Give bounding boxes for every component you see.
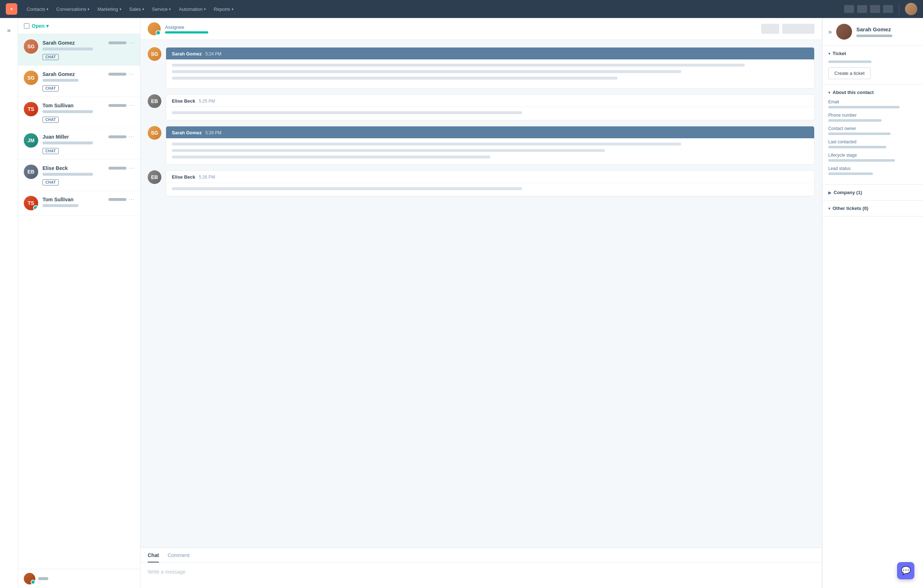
other-tickets-header[interactable]: ▾ Other tickets (0) [823,201,923,216]
chevron-down-icon: ▾ [46,7,48,11]
chat-action-btn-1[interactable] [761,24,779,34]
company-section-header[interactable]: ▶ Company (1) [823,185,923,200]
hubspot-logo[interactable] [6,3,17,15]
preview-bar [43,141,93,144]
lifecycle-value [828,159,895,162]
top-navigation: Contacts ▾ Conversations ▾ Marketing ▾ S… [0,0,923,18]
user-avatar-image [905,3,917,15]
nav-automation[interactable]: Automation ▾ [175,4,209,14]
conv-header: Elise Beck ⋯ [43,165,135,171]
nav-reports[interactable]: Reports ▾ [210,4,237,14]
conv-item[interactable]: SG Sarah Gomez ⋯ CHAT [18,34,140,66]
more-options-icon[interactable]: ⋯ [129,133,135,140]
select-all-checkbox[interactable] [24,23,30,29]
conv-item[interactable]: TS Tom Sullivan ⋯ CHAT [18,97,140,128]
conv-header: Sarah Gomez ⋯ [43,70,135,77]
conv-item[interactable]: TS Tom Sullivan ⋯ [18,191,140,216]
conv-content: Tom Sullivan ⋯ CHAT [43,102,135,123]
time-placeholder [108,198,126,201]
chevron-down-icon: ▾ [120,7,122,11]
chat-widget-icon: 💬 [901,566,911,575]
avatar: TS [24,196,38,210]
about-section-header: ▾ About this contact [828,90,917,95]
conv-meta: ⋯ [108,39,135,46]
chat-messages: SG Sarah Gomez 5:24 PM EB [141,40,822,548]
nav-marketing[interactable]: Marketing ▾ [94,4,125,14]
message-time: 5:25 PM [199,99,215,104]
chat-badge: CHAT [43,117,59,123]
company-section-title: Company (1) [834,190,862,195]
chevron-down-icon: ▾ [46,23,49,29]
message-avatar: EB [148,170,161,184]
create-ticket-button[interactable]: Create a ticket [828,67,871,79]
ticket-section-title: Ticket [833,51,846,56]
nav-divider [899,3,899,15]
sidebar-toggle: » [0,18,18,588]
chat-badge: CHAT [43,148,59,154]
chevron-down-icon[interactable]: ▾ [828,51,830,56]
chat-widget-button[interactable]: 💬 [897,562,914,579]
conv-header: Tom Sullivan ⋯ [43,196,135,203]
ticket-section: ▾ Ticket Create a ticket [823,46,923,85]
nav-service[interactable]: Service ▾ [148,4,174,14]
preview-bar [43,79,79,82]
preview-bar [43,47,93,51]
email-field: Email [828,99,917,108]
message-block: EB Elise Beck 5:25 PM [148,94,815,120]
chat-action-btn-2[interactable] [782,24,815,34]
chat-badge: CHAT [43,85,59,92]
message-block: SG Sarah Gomez 5:26 PM [148,126,815,165]
current-user-strip [18,569,140,588]
lifecycle-field: Lifecycle stage [828,153,917,162]
conv-header: Tom Sullivan ⋯ [43,102,135,109]
nav-sales[interactable]: Sales ▾ [126,4,148,14]
message-header: Elise Beck 5:25 PM [166,95,814,107]
tab-chat[interactable]: Chat [148,548,159,562]
about-contact-section: ▾ About this contact Email Phone number … [823,85,923,185]
chevron-down-icon[interactable]: ▾ [828,90,830,95]
time-placeholder [108,167,126,170]
nav-items: Contacts ▾ Conversations ▾ Marketing ▾ S… [23,4,843,14]
phone-field: Phone number [828,113,917,122]
chevron-right-icon: ▶ [828,190,831,195]
time-placeholder [108,135,126,138]
phone-value [828,119,882,122]
message-avatar: SG [148,47,161,61]
nav-icon-btn-2[interactable] [857,5,867,13]
contact-subtitle-bar [856,34,892,37]
company-section: ▶ Company (1) [823,185,923,201]
preview-bar [43,110,93,113]
conv-item[interactable]: JM Juan Miller ⋯ CHAT [18,128,140,159]
avatar: JM [24,133,38,147]
message-avatar: SG [148,126,161,140]
email-value [828,106,900,108]
avatar: TS [24,102,38,116]
message-bubble: Sarah Gomez 5:24 PM [166,47,815,88]
more-options-icon[interactable]: ⋯ [129,196,135,203]
chat-header: Assignee [141,18,822,40]
sidebar-collapse-btn[interactable]: » [5,25,12,36]
more-options-icon[interactable]: ⋯ [129,102,135,109]
nav-icon-btn-4[interactable] [883,5,893,13]
user-avatar[interactable] [905,3,917,15]
expand-sidebar-btn[interactable]: » [828,28,832,36]
nav-icon-btn-1[interactable] [844,5,854,13]
message-avatar: EB [148,94,161,108]
conv-header: Sarah Gomez ⋯ [43,39,135,46]
time-placeholder [108,104,126,107]
avatar: SG [24,70,38,85]
open-filter-btn[interactable]: Open ▾ [32,23,49,29]
nav-icon-btn-3[interactable] [870,5,880,13]
message-block: EB Elise Beck 5:26 PM [148,170,815,196]
more-options-icon[interactable]: ⋯ [129,70,135,77]
tab-comment[interactable]: Comment [168,548,189,562]
more-options-icon[interactable]: ⋯ [129,165,135,171]
chat-footer: Chat Comment Write a message [141,548,822,588]
nav-conversations[interactable]: Conversations ▾ [53,4,93,14]
conv-item[interactable]: EB Elise Beck ⋯ CHAT [18,159,140,191]
conv-item[interactable]: SG Sarah Gomez ⋯ CHAT [18,66,140,97]
more-options-icon[interactable]: ⋯ [129,39,135,46]
message-sender: Sarah Gomez [172,130,202,135]
chat-input-area[interactable]: Write a message [141,563,822,588]
nav-contacts[interactable]: Contacts ▾ [23,4,52,14]
